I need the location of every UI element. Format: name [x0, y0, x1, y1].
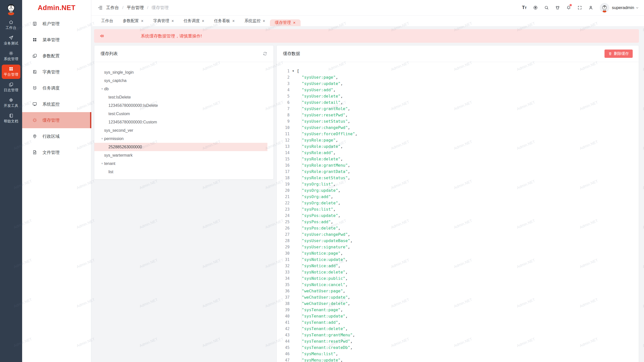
sidebar-item[interactable]: 任务调度	[22, 80, 91, 96]
close-icon[interactable]: ✕	[293, 21, 296, 24]
close-icon[interactable]: ✕	[232, 19, 235, 23]
tab-item[interactable]: 工作台	[101, 16, 113, 26]
tree-node-label: test:IsDelete	[108, 95, 131, 100]
chevron-down-icon[interactable]	[635, 6, 639, 10]
tree-node[interactable]: 123456780000000:IsDelete	[94, 101, 267, 110]
sidebar-item[interactable]: 行政区域	[22, 128, 91, 144]
line-number: 27	[277, 232, 290, 237]
code-line: 31 "sysNotice:update",	[277, 256, 639, 263]
sidebar-item[interactable]: 系统监控	[22, 96, 91, 112]
menu-fold-icon[interactable]	[98, 5, 103, 10]
close-icon[interactable]: ✕	[141, 19, 144, 23]
code-text: "weChatUser:update",	[297, 295, 350, 300]
code-text: "weChatUser:page",	[297, 289, 345, 293]
code-line: 36 "weChatUser:page",	[277, 288, 639, 294]
line-number: 41	[277, 320, 290, 325]
search-icon[interactable]	[541, 0, 552, 16]
mascot-icon	[5, 3, 18, 16]
tree-node[interactable]: 123456780000000:Custom	[94, 118, 267, 126]
rail-item-gear[interactable]: 系统管理	[2, 49, 20, 63]
tab-item[interactable]: 系统监控 ✕	[245, 16, 265, 26]
app-logo-mascot	[0, 0, 22, 17]
close-icon[interactable]: ✕	[171, 19, 174, 23]
tree-node[interactable]: sys_wartermark	[94, 151, 267, 159]
code-text: "sysPos:add",	[297, 219, 333, 224]
notification-bell-icon[interactable]	[563, 0, 574, 16]
tree-node[interactable]: list	[94, 168, 267, 176]
code-text: "sysNotice:add",	[297, 263, 340, 268]
tab-item[interactable]: 任务调度 ✕	[184, 16, 205, 26]
code-line: 4 "sysUser:add",	[277, 87, 639, 93]
caret-down-icon[interactable]: ▼	[101, 162, 104, 165]
sidebar-item[interactable]: 字典管理	[22, 64, 91, 80]
sidebar-item[interactable]: 文件管理	[22, 144, 91, 160]
json-editor[interactable]: 1 ▼ [ 2 "sysUser:page", 3 "sysUser:updat…	[277, 62, 639, 362]
avatar[interactable]	[600, 3, 609, 13]
code-line: 30 "sysNotice:page",	[277, 250, 639, 256]
code-line: 20 "sysOrg:update",	[277, 187, 639, 194]
code-text: "sysRole:grantMenu",	[297, 163, 350, 168]
tree-node[interactable]: test:IsDelete	[94, 93, 267, 101]
caret-down-icon[interactable]: ▼	[101, 87, 104, 90]
tree-node[interactable]: sys_second_ver	[94, 126, 267, 134]
breadcrumb-item[interactable]: 工作台	[106, 5, 119, 11]
tree-node[interactable]: 252885263000000	[94, 143, 267, 151]
tree-node[interactable]: sys_single_login	[94, 68, 267, 76]
cache-list-panel: 缓存列表 sys_single_login sys_captcha ▼ db t…	[94, 45, 274, 179]
notification-badge	[570, 4, 572, 6]
alert-banner: 系统缓存数据管理，请慎重操作!	[94, 29, 639, 43]
tree-node[interactable]: sys_captcha	[94, 76, 267, 85]
tree-node[interactable]: ▼ tenant	[94, 159, 267, 168]
rail-item-send[interactable]: 业务测试	[2, 33, 20, 48]
tab-item[interactable]: 参数配置 ✕	[123, 16, 144, 26]
code-text: "sysTenant:grantMenu",	[297, 333, 355, 337]
delete-cache-button[interactable]: 删除缓存	[605, 50, 633, 58]
code-line: 18 "sysRole:setStatus",	[277, 175, 639, 181]
breadcrumb: 工作台/平台管理/缓存管理	[98, 5, 169, 11]
fullscreen-icon[interactable]	[574, 0, 585, 16]
mascot-icon	[601, 5, 608, 13]
code-text: "sysNotice:cancel",	[297, 282, 348, 287]
rail-item-grid[interactable]: 平台管理	[2, 65, 20, 79]
tree-node-label: test:Custom	[108, 112, 130, 116]
line-number: 32	[277, 264, 290, 268]
username[interactable]: superadmin	[612, 5, 634, 10]
close-icon[interactable]: ✕	[263, 19, 265, 23]
tab-item[interactable]: 任务看板 ✕	[214, 16, 235, 26]
sidebar-item[interactable]: 缓存管理	[22, 112, 91, 128]
code-line: 37 "weChatUser:update",	[277, 294, 639, 300]
code-text: "sysRole:add",	[297, 150, 336, 155]
theme-icon[interactable]	[552, 0, 563, 16]
tree-node[interactable]: ▼ db	[94, 85, 267, 93]
sidebar-item[interactable]: 租户管理	[22, 16, 91, 32]
rail-item-book[interactable]: 帮助文档	[2, 111, 20, 126]
language-icon[interactable]	[530, 0, 541, 16]
sidebar-item[interactable]: 参数配置	[22, 48, 91, 64]
code-text: "sysTenant:createDb",	[297, 345, 353, 350]
line-number: 13	[277, 144, 290, 149]
tree-node[interactable]: ▼ permission	[94, 134, 267, 143]
refresh-icon[interactable]	[263, 51, 267, 56]
rail-item-home[interactable]: 工作台	[2, 18, 20, 32]
breadcrumb-item: 缓存管理	[151, 5, 169, 11]
rail-item-logs[interactable]: 日志管理	[2, 80, 20, 95]
tab-item[interactable]: 字典管理 ✕	[153, 16, 174, 26]
rail-item-label: 日志管理	[4, 88, 18, 93]
tab-item[interactable]: 缓存管理 ✕	[270, 19, 301, 26]
user-icon[interactable]	[585, 0, 596, 16]
sidebar-item[interactable]: 菜单管理	[22, 32, 91, 48]
code-line: 10 "sysUser:changePwd",	[277, 124, 639, 131]
font-size-icon[interactable]: TT	[519, 0, 530, 16]
close-icon[interactable]: ✕	[202, 19, 205, 23]
line-number: 33	[277, 270, 290, 275]
tree-node[interactable]: test:Custom	[94, 110, 267, 118]
fold-caret-icon[interactable]: ▼	[290, 70, 297, 72]
line-number: 45	[277, 345, 290, 350]
sidebar-item-label: 行政区域	[43, 133, 60, 139]
code-line: 24 "sysPos:update",	[277, 212, 639, 219]
breadcrumb-item[interactable]: 平台管理	[127, 5, 144, 11]
code-line: 21 "sysOrg:add",	[277, 194, 639, 200]
caret-down-icon[interactable]: ▼	[101, 137, 104, 140]
rail-item-chip[interactable]: 开发工具	[2, 96, 20, 110]
line-number: 6	[277, 100, 290, 105]
